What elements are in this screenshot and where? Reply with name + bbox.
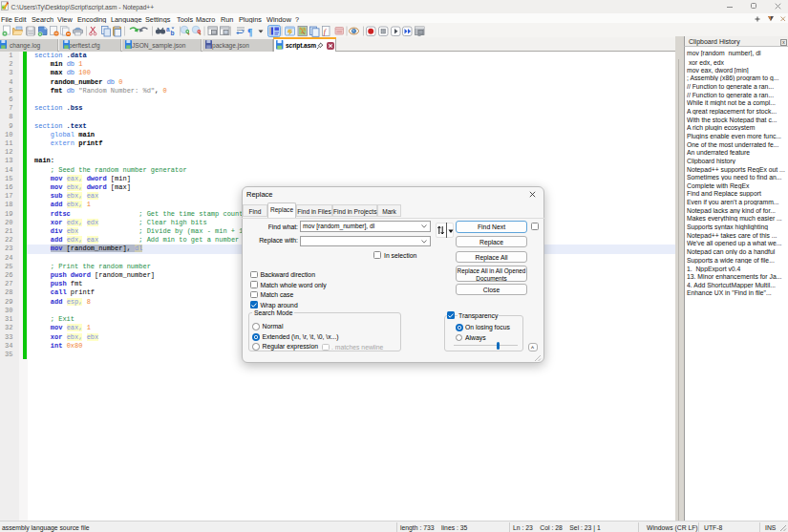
svg-text:b: b — [171, 30, 175, 36]
svg-text:a: a — [166, 26, 170, 32]
svg-text:¶: ¶ — [247, 27, 252, 37]
